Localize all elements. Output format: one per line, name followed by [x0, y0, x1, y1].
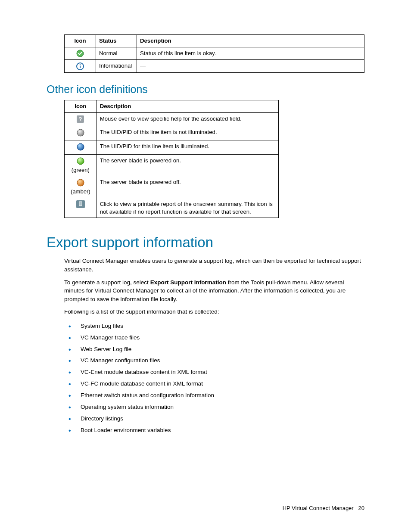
support-info-list: System Log files VC Manager trace files …	[64, 320, 364, 436]
status-cell: Normal	[96, 47, 137, 60]
body-paragraph: Following is a list of the support infor…	[64, 308, 364, 316]
table1-header-status: Status	[96, 35, 137, 47]
export-support-information-heading: Export support information	[47, 234, 364, 251]
svg-point-7	[77, 143, 84, 150]
table1-header-icon: Icon	[65, 35, 96, 47]
power-on-icon	[76, 157, 85, 165]
icon-note: (amber)	[68, 188, 93, 196]
uid-on-icon	[76, 143, 85, 151]
text-span: To generate a support log, select	[64, 279, 150, 286]
page-footer: HP Virtual Connect Manager 20	[283, 505, 364, 511]
desc-cell: The UID/PID of this line item is not ill…	[97, 126, 278, 140]
desc-cell: Mouse over to view specific help for the…	[97, 112, 278, 126]
icon-note: (green)	[68, 166, 93, 174]
svg-point-9	[77, 179, 84, 186]
table-row: Click to view a printable report of the …	[65, 198, 279, 218]
list-item: VC-FC module database content in XML for…	[64, 378, 364, 390]
other-icon-table: Icon Description ? Mouse over to view sp…	[64, 100, 279, 218]
table1-header-desc: Description	[137, 35, 364, 47]
list-item: VC Manager configuration files	[64, 355, 364, 367]
table-row: The UID/PID of this line item is not ill…	[65, 126, 279, 140]
footer-title: HP Virtual Connect Manager	[283, 505, 354, 511]
table2-header-desc: Description	[97, 100, 278, 112]
table-row: Informational —	[65, 60, 364, 73]
list-item: VC-Enet module database content in XML f…	[64, 367, 364, 378]
svg-point-6	[77, 129, 84, 136]
desc-cell: The server blade is powered on.	[97, 154, 278, 176]
list-item: VC Manager trace files	[64, 332, 364, 344]
table-row: (amber) The server blade is powered off.	[65, 176, 279, 198]
list-item: System Log files	[64, 320, 364, 332]
list-item: Operating system status information	[64, 401, 364, 413]
bold-text: Export Support Information	[150, 279, 226, 286]
desc-cell: The UID/PID for this line item is illumi…	[97, 140, 278, 154]
body-paragraph: To generate a support log, select Export…	[64, 278, 364, 304]
status-cell: Informational	[96, 60, 137, 73]
svg-rect-3	[80, 66, 81, 68]
svg-point-2	[80, 64, 81, 65]
body-paragraph: Virtual Connect Manager enables users to…	[64, 257, 364, 274]
document-page: Icon Status Description Normal Status of…	[0, 0, 411, 532]
help-icon: ?	[77, 115, 84, 123]
table-row: The UID/PID for this line item is illumi…	[65, 140, 279, 154]
table-row: (green) The server blade is powered on.	[65, 154, 279, 176]
desc-cell: Status of this line item is okay.	[137, 47, 364, 60]
desc-cell: —	[137, 60, 364, 73]
table-row: ? Mouse over to view specific help for t…	[65, 112, 279, 126]
table-row: Normal Status of this line item is okay.	[65, 47, 364, 60]
svg-point-8	[77, 158, 84, 165]
table2-header-icon: Icon	[65, 100, 97, 112]
desc-cell: Click to view a printable report of the …	[97, 198, 278, 218]
svg-rect-11	[79, 202, 82, 206]
list-item: Directory listings	[64, 413, 364, 425]
svg-text:?: ?	[79, 116, 82, 122]
info-status-icon	[76, 62, 84, 70]
desc-cell: The server blade is powered off.	[97, 176, 278, 198]
page-number: 20	[358, 505, 364, 511]
ok-status-icon	[76, 50, 84, 57]
uid-off-icon	[76, 128, 85, 137]
other-icon-definitions-heading: Other icon definitions	[47, 83, 364, 96]
status-icon-table: Icon Status Description Normal Status of…	[64, 34, 364, 73]
list-item: Boot Loader environment variables	[64, 425, 364, 436]
power-off-icon	[76, 178, 85, 187]
print-report-icon	[76, 200, 85, 208]
list-item: Ethernet switch status and configuration…	[64, 390, 364, 401]
list-item: Web Server Log file	[64, 344, 364, 355]
